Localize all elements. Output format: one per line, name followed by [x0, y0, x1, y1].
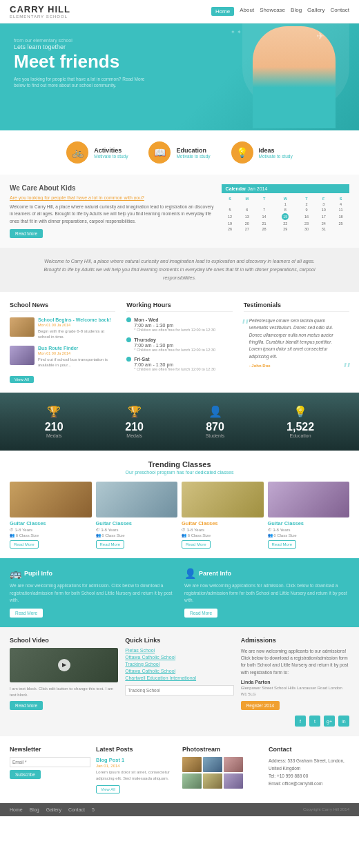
- photo-1[interactable]: [182, 757, 202, 772]
- hero-tagline: from our elementary school: [14, 38, 72, 43]
- twitter-icon[interactable]: t: [309, 716, 320, 727]
- cal-cell[interactable]: 16: [298, 213, 316, 221]
- play-button[interactable]: ▶: [58, 659, 70, 671]
- school-news-column: School News School Begins - Welcome back…: [10, 302, 121, 384]
- cal-cell[interactable]: [222, 201, 239, 207]
- trending-title: Trending Classes: [10, 460, 349, 468]
- nav-link-gallery[interactable]: Gallery: [307, 7, 324, 16]
- class-card-1: Guitar Classes ⏱ 3-8 Years 👥 6 Class Siz…: [10, 482, 92, 549]
- googleplus-icon[interactable]: g+: [324, 716, 335, 727]
- footer-nav-gallery[interactable]: Gallery: [46, 807, 61, 812]
- quick-link-4[interactable]: Ottawa Catholic School: [125, 669, 233, 673]
- view-all-news-button[interactable]: View All: [10, 376, 34, 383]
- class-image-1: [10, 482, 92, 517]
- cal-cell[interactable]: 23: [298, 221, 316, 226]
- quick-link-2[interactable]: Ottawa Catholic School: [125, 655, 233, 660]
- cal-cell[interactable]: [332, 226, 349, 232]
- footer-nav-contact[interactable]: Contact: [68, 807, 85, 812]
- video-read-more-button[interactable]: Read More: [10, 701, 43, 710]
- cal-cell[interactable]: 4: [332, 201, 349, 207]
- cal-cell[interactable]: 3: [315, 201, 332, 207]
- cal-cell[interactable]: 22: [273, 221, 298, 226]
- pupil-read-more-button[interactable]: Read More: [10, 609, 43, 618]
- cal-cell[interactable]: 19: [222, 221, 239, 226]
- footer-nav-home[interactable]: Home: [10, 807, 23, 812]
- nav-link-contact[interactable]: Contact: [330, 7, 349, 16]
- quote-band: Welcome to Carry Hill, a place where nat…: [0, 248, 359, 292]
- cal-cell[interactable]: 28: [255, 226, 273, 232]
- cal-cell[interactable]: 30: [298, 226, 316, 232]
- class-read-more-3[interactable]: Read More: [182, 540, 211, 549]
- class-read-more-2[interactable]: Read More: [96, 540, 125, 549]
- nav-link-showcase[interactable]: Showcase: [260, 7, 285, 16]
- quick-link-5[interactable]: Chartwell Education International: [125, 675, 233, 680]
- quick-links-search[interactable]: [125, 685, 233, 696]
- about-link[interactable]: Are you looking for people that have a l…: [10, 195, 215, 200]
- video-thumbnail[interactable]: ▶: [10, 648, 118, 682]
- photo-2[interactable]: [203, 757, 222, 772]
- footer-nav-5[interactable]: 5: [92, 807, 95, 812]
- footer-nav-blog[interactable]: Blog: [30, 807, 39, 812]
- cal-cell[interactable]: 5: [222, 207, 239, 213]
- cal-cell[interactable]: 7: [255, 207, 273, 213]
- linkedin-icon[interactable]: in: [338, 716, 349, 727]
- news-meta-1: Mon 01 00 Ja 2014: [38, 323, 115, 327]
- read-more-button[interactable]: Read More: [10, 229, 43, 238]
- cal-cell[interactable]: 31: [315, 226, 332, 232]
- cal-cell[interactable]: 26: [222, 226, 239, 232]
- cal-cell[interactable]: 21: [255, 221, 273, 226]
- facebook-icon[interactable]: f: [295, 716, 306, 727]
- cal-day-m: M: [238, 196, 255, 201]
- cal-cell[interactable]: 8: [273, 207, 298, 213]
- register-button[interactable]: Register 2014: [241, 701, 280, 710]
- admissions-column: Admissions We are now welcoming applican…: [241, 637, 349, 727]
- photo-5[interactable]: [203, 773, 222, 789]
- hero-decoration: ✦ ✦: [231, 29, 242, 35]
- cal-cell[interactable]: 10: [315, 207, 332, 213]
- cal-cell[interactable]: 13: [238, 213, 255, 221]
- cal-cell[interactable]: 24: [315, 221, 332, 226]
- news-thumb-1: [10, 317, 35, 337]
- cal-cell[interactable]: 6: [238, 207, 255, 213]
- stat-label-medals-1: Medals: [45, 433, 64, 438]
- three-columns-section: School News School Begins - Welcome back…: [0, 292, 359, 393]
- newsletter-email-input[interactable]: [10, 757, 90, 767]
- quick-link-1[interactable]: Pietas School: [125, 648, 233, 653]
- school-news-title: School News: [10, 302, 115, 312]
- cal-cell[interactable]: 1: [273, 201, 298, 207]
- cal-cell[interactable]: 20: [238, 221, 255, 226]
- cal-cell[interactable]: 9: [298, 207, 316, 213]
- quick-links-title: Quick Links: [125, 637, 233, 644]
- nav-link-blog[interactable]: Blog: [291, 7, 302, 16]
- calendar-today[interactable]: 15: [282, 213, 289, 220]
- class-title-4: Guitar Classes: [268, 520, 350, 526]
- subscribe-button[interactable]: Subscribe: [10, 770, 41, 779]
- view-all-posts-button[interactable]: View All: [96, 785, 120, 793]
- nav-links: Home About Showcase Blog Gallery Contact: [211, 7, 349, 16]
- cal-cell[interactable]: [255, 201, 273, 207]
- class-age-2: ⏱ 3-8 Years: [96, 528, 178, 532]
- cal-cell[interactable]: 27: [238, 226, 255, 232]
- cal-cell[interactable]: 29: [273, 226, 298, 232]
- cal-cell[interactable]: 14: [255, 213, 273, 221]
- class-read-more-1[interactable]: Read More: [10, 540, 39, 549]
- cal-cell[interactable]: 25: [332, 221, 349, 226]
- calendar-day-headers: S M T W T F S: [222, 196, 349, 201]
- nav-link-about[interactable]: About: [240, 7, 254, 16]
- photo-4[interactable]: [182, 773, 202, 789]
- parent-info-title: 👤 Parent Info: [184, 568, 349, 579]
- cal-cell[interactable]: [238, 201, 255, 207]
- nav-link-home[interactable]: Home: [211, 7, 234, 16]
- parent-read-more-button[interactable]: Read More: [184, 609, 217, 618]
- cal-cell[interactable]: 17: [315, 213, 332, 221]
- cal-cell[interactable]: 2: [298, 201, 316, 207]
- news-headline-1: School Begins - Welcome back!: [38, 317, 115, 322]
- class-read-more-4[interactable]: Read More: [268, 540, 297, 549]
- cal-cell[interactable]: 11: [332, 207, 349, 213]
- photo-3[interactable]: [224, 757, 243, 772]
- quick-link-3[interactable]: Tracking School: [125, 662, 233, 667]
- cal-cell[interactable]: 12: [222, 213, 239, 221]
- cal-cell[interactable]: 18: [332, 213, 349, 221]
- photo-6[interactable]: [224, 773, 243, 789]
- cal-today-cell[interactable]: 15: [273, 213, 298, 221]
